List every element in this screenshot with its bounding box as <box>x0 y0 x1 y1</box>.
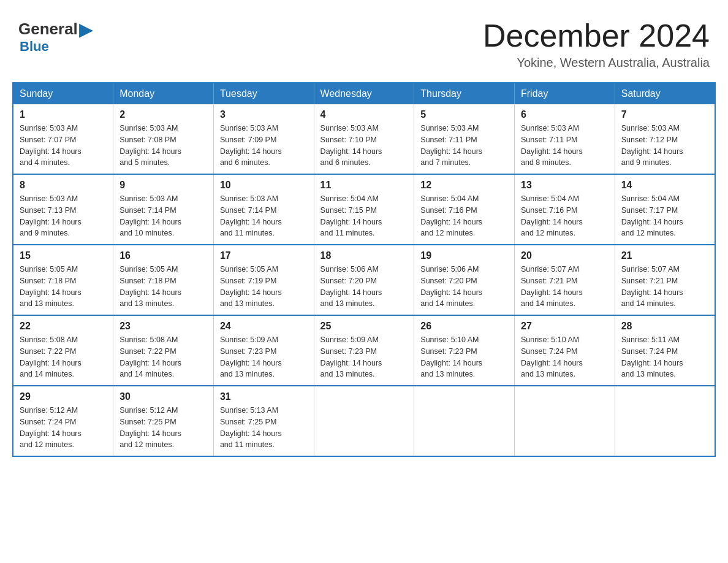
day-info: Sunrise: 5:05 AMSunset: 7:18 PMDaylight:… <box>20 264 107 310</box>
calendar-cell: 19Sunrise: 5:06 AMSunset: 7:20 PMDayligh… <box>414 245 515 315</box>
day-number: 12 <box>420 180 508 191</box>
day-number: 7 <box>621 109 708 120</box>
calendar-cell: 9Sunrise: 5:03 AMSunset: 7:14 PMDaylight… <box>113 174 214 245</box>
day-number: 11 <box>320 180 408 191</box>
calendar-cell: 5Sunrise: 5:03 AMSunset: 7:11 PMDaylight… <box>414 104 515 174</box>
calendar-week-row: 15Sunrise: 5:05 AMSunset: 7:18 PMDayligh… <box>13 245 715 315</box>
calendar-cell: 25Sunrise: 5:09 AMSunset: 7:23 PMDayligh… <box>314 315 414 386</box>
calendar-cell: 20Sunrise: 5:07 AMSunset: 7:21 PMDayligh… <box>515 245 615 315</box>
day-number: 2 <box>119 109 207 120</box>
calendar-cell: 6Sunrise: 5:03 AMSunset: 7:11 PMDaylight… <box>515 104 615 174</box>
day-number: 31 <box>220 391 308 402</box>
day-info: Sunrise: 5:07 AMSunset: 7:21 PMDaylight:… <box>621 264 708 310</box>
calendar-week-row: 1Sunrise: 5:03 AMSunset: 7:07 PMDaylight… <box>13 104 715 174</box>
day-number: 10 <box>220 180 308 191</box>
day-info: Sunrise: 5:13 AMSunset: 7:25 PMDaylight:… <box>220 405 308 451</box>
day-header-monday: Monday <box>113 83 214 104</box>
day-info: Sunrise: 5:10 AMSunset: 7:24 PMDaylight:… <box>521 334 609 380</box>
day-number: 17 <box>220 250 308 261</box>
day-number: 3 <box>220 109 308 120</box>
day-number: 28 <box>621 321 708 332</box>
day-info: Sunrise: 5:06 AMSunset: 7:20 PMDaylight:… <box>420 264 508 310</box>
day-info: Sunrise: 5:03 AMSunset: 7:11 PMDaylight:… <box>521 123 609 169</box>
calendar-cell: 1Sunrise: 5:03 AMSunset: 7:07 PMDaylight… <box>13 104 113 174</box>
day-info: Sunrise: 5:03 AMSunset: 7:09 PMDaylight:… <box>220 123 308 169</box>
calendar-cell: 3Sunrise: 5:03 AMSunset: 7:09 PMDaylight… <box>213 104 314 174</box>
calendar-cell: 2Sunrise: 5:03 AMSunset: 7:08 PMDaylight… <box>113 104 214 174</box>
day-info: Sunrise: 5:03 AMSunset: 7:08 PMDaylight:… <box>119 123 207 169</box>
calendar-cell: 15Sunrise: 5:05 AMSunset: 7:18 PMDayligh… <box>13 245 113 315</box>
day-number: 1 <box>20 109 107 120</box>
day-info: Sunrise: 5:09 AMSunset: 7:23 PMDaylight:… <box>220 334 308 380</box>
calendar-cell: 4Sunrise: 5:03 AMSunset: 7:10 PMDaylight… <box>314 104 414 174</box>
day-info: Sunrise: 5:09 AMSunset: 7:23 PMDaylight:… <box>320 334 408 380</box>
calendar-cell <box>314 386 414 456</box>
day-info: Sunrise: 5:07 AMSunset: 7:21 PMDaylight:… <box>521 264 609 310</box>
calendar-cell: 8Sunrise: 5:03 AMSunset: 7:13 PMDaylight… <box>13 174 113 245</box>
day-info: Sunrise: 5:08 AMSunset: 7:22 PMDaylight:… <box>20 334 107 380</box>
calendar-week-row: 22Sunrise: 5:08 AMSunset: 7:22 PMDayligh… <box>13 315 715 386</box>
day-number: 15 <box>20 250 107 261</box>
calendar-cell: 13Sunrise: 5:04 AMSunset: 7:16 PMDayligh… <box>515 174 615 245</box>
day-number: 22 <box>20 321 107 332</box>
calendar-cell: 30Sunrise: 5:12 AMSunset: 7:25 PMDayligh… <box>113 386 214 456</box>
calendar-table: SundayMondayTuesdayWednesdayThursdayFrid… <box>12 82 716 457</box>
calendar-cell: 14Sunrise: 5:04 AMSunset: 7:17 PMDayligh… <box>615 174 715 245</box>
day-info: Sunrise: 5:12 AMSunset: 7:25 PMDaylight:… <box>119 405 207 451</box>
day-number: 13 <box>521 180 609 191</box>
day-info: Sunrise: 5:03 AMSunset: 7:12 PMDaylight:… <box>621 123 708 169</box>
logo: General ▶ Blue <box>18 18 93 55</box>
day-info: Sunrise: 5:03 AMSunset: 7:14 PMDaylight:… <box>119 193 207 239</box>
day-info: Sunrise: 5:03 AMSunset: 7:10 PMDaylight:… <box>320 123 408 169</box>
calendar-cell: 22Sunrise: 5:08 AMSunset: 7:22 PMDayligh… <box>13 315 113 386</box>
day-number: 29 <box>20 391 107 402</box>
day-number: 30 <box>119 391 207 402</box>
calendar-cell: 26Sunrise: 5:10 AMSunset: 7:23 PMDayligh… <box>414 315 515 386</box>
calendar-cell: 10Sunrise: 5:03 AMSunset: 7:14 PMDayligh… <box>213 174 314 245</box>
calendar-cell: 7Sunrise: 5:03 AMSunset: 7:12 PMDaylight… <box>615 104 715 174</box>
calendar-cell <box>414 386 515 456</box>
day-number: 18 <box>320 250 408 261</box>
calendar-cell: 28Sunrise: 5:11 AMSunset: 7:24 PMDayligh… <box>615 315 715 386</box>
day-info: Sunrise: 5:10 AMSunset: 7:23 PMDaylight:… <box>420 334 508 380</box>
day-number: 5 <box>420 109 508 120</box>
day-number: 4 <box>320 109 408 120</box>
day-info: Sunrise: 5:05 AMSunset: 7:18 PMDaylight:… <box>119 264 207 310</box>
day-header-wednesday: Wednesday <box>314 83 414 104</box>
day-info: Sunrise: 5:06 AMSunset: 7:20 PMDaylight:… <box>320 264 408 310</box>
day-number: 9 <box>119 180 207 191</box>
day-info: Sunrise: 5:11 AMSunset: 7:24 PMDaylight:… <box>621 334 708 380</box>
day-number: 24 <box>220 321 308 332</box>
day-info: Sunrise: 5:08 AMSunset: 7:22 PMDaylight:… <box>119 334 207 380</box>
calendar-cell: 21Sunrise: 5:07 AMSunset: 7:21 PMDayligh… <box>615 245 715 315</box>
day-number: 19 <box>420 250 508 261</box>
calendar-cell: 29Sunrise: 5:12 AMSunset: 7:24 PMDayligh… <box>13 386 113 456</box>
month-title: December 2024 <box>483 18 710 53</box>
calendar-cell: 11Sunrise: 5:04 AMSunset: 7:15 PMDayligh… <box>314 174 414 245</box>
calendar-cell: 18Sunrise: 5:06 AMSunset: 7:20 PMDayligh… <box>314 245 414 315</box>
calendar-cell: 23Sunrise: 5:08 AMSunset: 7:22 PMDayligh… <box>113 315 214 386</box>
calendar-cell: 27Sunrise: 5:10 AMSunset: 7:24 PMDayligh… <box>515 315 615 386</box>
day-header-tuesday: Tuesday <box>213 83 314 104</box>
day-number: 26 <box>420 321 508 332</box>
calendar-header-row: SundayMondayTuesdayWednesdayThursdayFrid… <box>13 83 715 104</box>
day-info: Sunrise: 5:03 AMSunset: 7:13 PMDaylight:… <box>20 193 107 239</box>
day-info: Sunrise: 5:12 AMSunset: 7:24 PMDaylight:… <box>20 405 107 451</box>
page-header: General ▶ Blue December 2024 Yokine, Wes… <box>12 12 716 70</box>
day-number: 6 <box>521 109 609 120</box>
calendar-cell: 17Sunrise: 5:05 AMSunset: 7:19 PMDayligh… <box>213 245 314 315</box>
calendar-cell: 24Sunrise: 5:09 AMSunset: 7:23 PMDayligh… <box>213 315 314 386</box>
calendar-cell: 31Sunrise: 5:13 AMSunset: 7:25 PMDayligh… <box>213 386 314 456</box>
day-info: Sunrise: 5:03 AMSunset: 7:07 PMDaylight:… <box>20 123 107 169</box>
day-number: 8 <box>20 180 107 191</box>
day-info: Sunrise: 5:04 AMSunset: 7:16 PMDaylight:… <box>420 193 508 239</box>
day-info: Sunrise: 5:03 AMSunset: 7:11 PMDaylight:… <box>420 123 508 169</box>
day-number: 20 <box>521 250 609 261</box>
day-number: 16 <box>119 250 207 261</box>
day-info: Sunrise: 5:03 AMSunset: 7:14 PMDaylight:… <box>220 193 308 239</box>
calendar-cell <box>515 386 615 456</box>
logo-blue-text: Blue <box>20 39 49 55</box>
logo-general-text: General <box>18 20 78 39</box>
day-number: 25 <box>320 321 408 332</box>
day-number: 27 <box>521 321 609 332</box>
